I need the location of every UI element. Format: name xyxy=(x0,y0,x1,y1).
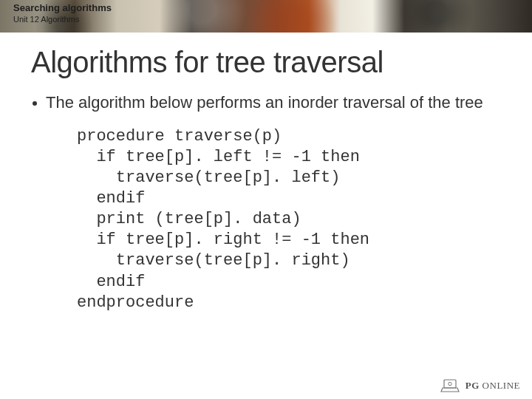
laptop-icon xyxy=(440,378,460,393)
bullet-item: The algorithm below performs an inorder … xyxy=(31,92,501,113)
bullet-text: The algorithm below performs an inorder … xyxy=(46,92,483,113)
header-subtitle: Unit 12 Algorithms xyxy=(13,15,112,24)
header-banner: Searching algorithms Unit 12 Algorithms xyxy=(0,0,532,33)
header-title: Searching algorithms xyxy=(13,3,112,13)
slide-heading: Algorithms for tree traversal xyxy=(31,46,501,79)
slide-content: Algorithms for tree traversal The algori… xyxy=(0,33,532,313)
bullet-dot-icon xyxy=(33,101,37,106)
svg-point-1 xyxy=(449,382,451,385)
svg-rect-0 xyxy=(444,380,456,388)
footer: PG ONLINE xyxy=(440,378,520,393)
brand-text: PG ONLINE xyxy=(466,380,520,392)
pseudocode-block: procedure traverse(p) if tree[p]. left !… xyxy=(77,126,501,313)
header-text-block: Searching algorithms Unit 12 Algorithms xyxy=(13,3,112,24)
